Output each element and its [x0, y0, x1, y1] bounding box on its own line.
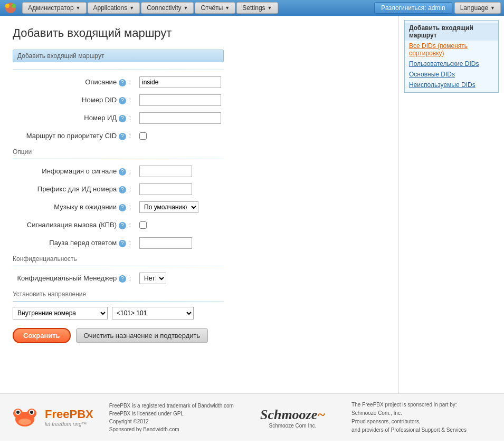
prefix-input[interactable]: [139, 183, 192, 195]
description-help-icon[interactable]: ?: [119, 79, 126, 86]
section4-label: Установить направление: [13, 290, 386, 298]
footer-freepbx-slogan: let freedom ring™: [45, 421, 93, 427]
applications-label: Applications: [93, 4, 128, 12]
footer-logo-area: FreePBX let freedom ring™: [11, 401, 93, 434]
section3-label: Конфиденциальность: [13, 255, 386, 263]
content-area: Добавить входящий маршрут Добавить входя…: [0, 16, 398, 393]
reports-label: Отчёты: [201, 4, 223, 12]
id-help-icon[interactable]: ?: [119, 115, 126, 122]
did-label: Номер DID ? :: [13, 96, 139, 104]
save-button[interactable]: Сохранить: [13, 328, 71, 343]
main-container: Добавить входящий маршрут Добавить входя…: [0, 16, 504, 393]
music-select[interactable]: По умолчанию: [139, 201, 198, 213]
signal2-checkbox[interactable]: [139, 221, 147, 229]
app-logo: [3, 2, 19, 14]
footer-brand: FreePBX let freedom ring™: [45, 408, 93, 427]
schmooze-logo: Schmooze~: [260, 406, 325, 423]
did-help-icon[interactable]: ?: [119, 97, 126, 104]
logout-button[interactable]: Разлогиниться: admin: [374, 2, 452, 14]
language-arrow-icon: ▼: [490, 5, 495, 11]
description-label: Описание ? :: [13, 78, 139, 86]
signal2-help-icon[interactable]: ?: [119, 222, 126, 229]
did-input[interactable]: [139, 94, 221, 106]
admin-arrow-icon: ▼: [76, 5, 81, 11]
language-button[interactable]: Language ▼: [454, 2, 501, 14]
row-music: Музыку в ожидании ? : По умолчанию: [13, 200, 386, 214]
row-pause: Пауза перед ответом ? :: [13, 236, 386, 250]
prefix-help-icon[interactable]: ?: [119, 186, 126, 193]
svg-point-10: [18, 419, 31, 425]
pause-label: Пауза перед ответом ? :: [13, 239, 139, 247]
admin-menu-button[interactable]: Администратор ▼: [22, 2, 87, 14]
id-input[interactable]: [139, 112, 221, 124]
top-nav: Администратор ▼ Applications ▼ Connectiv…: [0, 0, 504, 16]
settings-arrow-icon: ▼: [268, 5, 272, 11]
svg-point-9: [30, 411, 33, 414]
footer-schmooze: Schmooze~ Schmooze Com Inc.: [260, 406, 325, 429]
signal-help-icon[interactable]: ?: [119, 168, 126, 176]
row-signal: Информация о сигнале ? :: [13, 164, 386, 178]
row-id: Номер ИД ? :: [13, 111, 386, 125]
signal-input[interactable]: [139, 166, 192, 177]
schmooze-sub: Schmooze Com Inc.: [269, 423, 317, 429]
direction-select-2[interactable]: <101> 101: [112, 307, 194, 319]
signal2-label: Сигнализация вызова (КПВ) ? :: [13, 221, 139, 229]
footer-right-text: The FreePBX project is sponsored in part…: [351, 401, 467, 434]
connectivity-menu-button[interactable]: Connectivity ▼: [141, 2, 194, 14]
sidebar-item-add-route[interactable]: Добавить входящий маршрут: [405, 23, 498, 41]
section2-divider: [13, 159, 224, 159]
row-did: Номер DID ? :: [13, 93, 386, 107]
connectivity-label: Connectivity: [147, 4, 181, 12]
section4-divider: [13, 301, 224, 302]
privacy-label: Конфиденциальный Менеджер ? :: [13, 274, 139, 283]
sidebar: Добавить входящий маршрут Все DIDs (поме…: [398, 16, 504, 393]
sidebar-item-all-dids[interactable]: Все DIDs (поменять сортировку): [405, 41, 498, 59]
footer-freepbx-name: FreePBX: [45, 408, 93, 421]
sidebar-item-main-dids[interactable]: Основные DIDs: [405, 69, 498, 80]
section1-divider: [13, 70, 224, 70]
music-help-icon[interactable]: ?: [119, 204, 126, 211]
page-title: Добавить входящий маршрут: [13, 26, 386, 40]
connectivity-arrow-icon: ▼: [184, 5, 188, 11]
section3-divider: [13, 266, 224, 266]
clear-button[interactable]: Очистить назначение и подтвердить: [76, 328, 208, 343]
settings-label: Settings: [242, 4, 265, 12]
sidebar-item-custom-dids[interactable]: Пользовательские DIDs: [405, 59, 498, 69]
admin-label: Администратор: [28, 4, 74, 12]
music-label: Музыку в ожидании ? :: [13, 203, 139, 211]
button-row: Сохранить Очистить назначение и подтверд…: [13, 328, 386, 343]
applications-menu-button[interactable]: Applications ▼: [88, 2, 140, 14]
cid-checkbox[interactable]: [139, 132, 147, 140]
cid-help-icon[interactable]: ?: [119, 133, 126, 140]
applications-arrow-icon: ▼: [129, 5, 134, 11]
direction-select-1[interactable]: Внутренние номера: [13, 307, 108, 319]
sidebar-box: Добавить входящий маршрут Все DIDs (поме…: [404, 20, 499, 93]
section-1: Добавить входящий маршрут Описание ? : Н…: [13, 50, 386, 143]
row-cid: Маршрут по приоритету CID ? :: [13, 129, 386, 143]
nav-right-area: Разлогиниться: admin Language ▼: [374, 2, 501, 14]
language-label: Language: [460, 4, 488, 12]
row-prefix: Префикс для ИД номера ? :: [13, 182, 386, 196]
logout-label: Разлогиниться: admin: [381, 4, 445, 12]
svg-point-8: [16, 411, 20, 414]
settings-menu-button[interactable]: Settings ▼: [236, 2, 278, 14]
id-label: Номер ИД ? :: [13, 114, 139, 122]
privacy-help-icon[interactable]: ?: [119, 275, 126, 283]
footer: FreePBX let freedom ring™ FreePBX is a r…: [0, 393, 504, 441]
description-input[interactable]: [139, 76, 221, 88]
sidebar-item-unused-dids[interactable]: Неиспользуемые DIDs: [405, 80, 498, 90]
pause-input[interactable]: [139, 237, 192, 249]
footer-frog-icon: [11, 401, 40, 434]
section1-header: Добавить входящий маршрут: [13, 50, 224, 62]
privacy-select[interactable]: Нет Да: [139, 273, 166, 284]
section-4: Установить направление Внутренние номера…: [13, 290, 386, 319]
reports-menu-button[interactable]: Отчёты ▼: [195, 2, 235, 14]
section2-label: Опции: [13, 148, 386, 156]
pause-help-icon[interactable]: ?: [119, 240, 126, 247]
cid-label: Маршрут по приоритету CID ? :: [13, 132, 139, 140]
svg-point-2: [12, 4, 16, 8]
row-privacy: Конфиденциальный Менеджер ? : Нет Да: [13, 272, 386, 285]
direction-selects: Внутренние номера <101> 101: [13, 307, 386, 319]
svg-point-1: [5, 4, 9, 8]
reports-arrow-icon: ▼: [225, 5, 230, 11]
